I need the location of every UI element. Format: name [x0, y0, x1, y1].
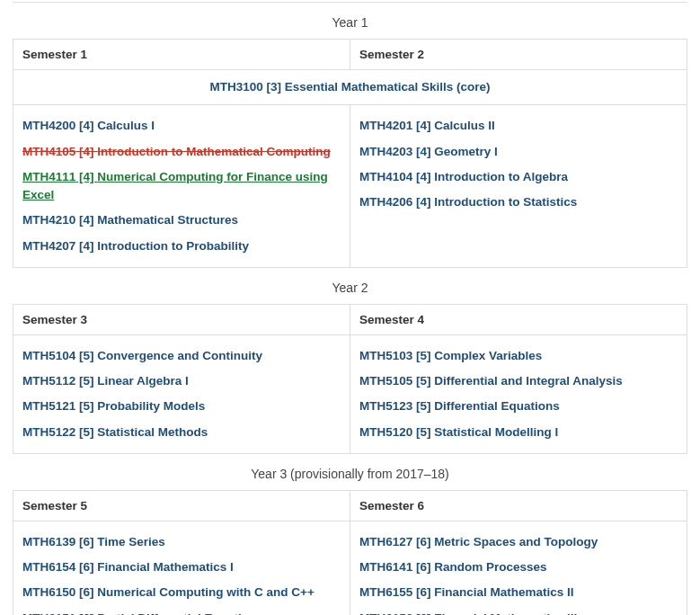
course-code-link[interactable]: MTH5123 [359, 399, 412, 413]
course-line: MTH4104 [4] Introduction to Algebra [359, 165, 678, 190]
course-level: [6] [75, 585, 97, 599]
course-level: [4] [75, 119, 97, 132]
course-level: [6] [412, 585, 434, 599]
course-title: Differential and Integral Analysis [434, 374, 623, 388]
course-title: Metric Spaces and Topology [434, 535, 598, 548]
course-level: [4] [412, 145, 434, 158]
course-code-link[interactable]: MTH4206 [359, 195, 412, 209]
course-line: MTH6150 [6] Numerical Computing with C a… [22, 580, 341, 605]
course-title: Mathematical Structures [97, 213, 238, 227]
course-line: MTH6127 [6] Metric Spaces and Topology [359, 530, 678, 555]
course-code-link[interactable]: MTH6127 [359, 535, 412, 548]
year2-caption: Year 2 [13, 268, 687, 304]
year3-sem6-cell: MTH6127 [6] Metric Spaces and TopologyMT… [350, 521, 687, 615]
course-code-link[interactable]: MTH4111 [22, 170, 75, 183]
course-level: [5] [75, 399, 97, 413]
course-line: MTH6156 [6] Financial Mathematics III [359, 606, 678, 616]
year3-sem5-cell: MTH6139 [6] Time SeriesMTH6154 [6] Finan… [13, 521, 350, 615]
course-code-link[interactable]: MTH6139 [22, 535, 75, 548]
course-title: Statistical Modelling I [434, 425, 558, 439]
course-line: MTH6139 [6] Time Series [22, 530, 341, 555]
year2-table: Semester 3 Semester 4 MTH5104 [5] Conver… [13, 304, 687, 454]
course-code-link[interactable]: MTH4200 [22, 119, 75, 132]
course-line: MTH4206 [4] Introduction to Statistics [359, 190, 678, 215]
course-line: MTH4111 [4] Numerical Computing for Fina… [22, 165, 341, 209]
course-code-link[interactable]: MTH4104 [359, 170, 412, 183]
course-title: Calculus II [434, 119, 495, 132]
course-code-link[interactable]: MTH5121 [22, 399, 75, 413]
course-title: Introduction to Statistics [434, 195, 577, 209]
course-title: Introduction to Probability [97, 239, 249, 253]
course-title: Essential Mathematical Skills (core) [285, 80, 491, 94]
course-code-link[interactable]: MTH6141 [359, 560, 412, 574]
year1-caption: Year 1 [13, 3, 687, 39]
course-code-link[interactable]: MTH5120 [359, 425, 412, 439]
year3-caption: Year 3 (provisionally from 2017–18) [13, 454, 687, 490]
course-level: [5] [412, 425, 434, 439]
year1-sem2-header: Semester 2 [350, 40, 687, 70]
course-title: Numerical Computing with C and C++ [97, 585, 315, 599]
course-title: Introduction to Algebra [434, 170, 568, 183]
course-title: Differential Equations [434, 399, 560, 413]
course-line: MTH5120 [5] Statistical Modelling I [359, 420, 678, 445]
course-code-link[interactable]: MTH4203 [359, 145, 412, 158]
course-title: Financial Mathematics I [97, 560, 234, 574]
course-code-link[interactable]: MTH6154 [22, 560, 75, 574]
course-level: [3] [266, 80, 281, 94]
course-level: [5] [75, 425, 97, 439]
course-code-link[interactable]: MTH5105 [359, 374, 412, 388]
course-level: [5] [75, 374, 97, 388]
course-level: [4] [75, 145, 97, 158]
year1-sem2-cell: MTH4201 [4] Calculus IIMTH4203 [4] Geome… [350, 105, 687, 268]
course-line: MTH4203 [4] Geometry I [359, 139, 678, 165]
course-line: MTH5121 [5] Probability Models [22, 394, 341, 419]
course-line: MTH4207 [4] Introduction to Probability [22, 234, 341, 259]
course-code-link[interactable]: MTH4210 [22, 213, 75, 227]
course-line: MTH5123 [5] Differential Equations [359, 394, 678, 419]
year1-sem1-header: Semester 1 [13, 40, 350, 70]
course-level: [6] [75, 560, 97, 574]
course-code-link[interactable]: MTH6155 [359, 585, 412, 599]
course-code-link[interactable]: MTH6150 [22, 585, 75, 599]
course-code-link[interactable]: MTH4201 [359, 119, 412, 132]
course-title: Linear Algebra I [97, 374, 189, 388]
course-line: MTH6141 [6] Random Processes [359, 555, 678, 580]
course-title: Financial Mathematics III [434, 611, 577, 616]
course-code-link[interactable]: MTH5122 [22, 425, 75, 439]
course-title: Random Processes [434, 560, 546, 574]
year3-sem6-header: Semester 6 [350, 490, 687, 521]
course-line: MTH4210 [4] Mathematical Structures [22, 208, 341, 233]
course-level: [4] [75, 213, 97, 227]
year2-sem4-cell: MTH5103 [5] Complex VariablesMTH5105 [5]… [350, 334, 687, 453]
course-level: [6] [412, 535, 434, 548]
course-code-link[interactable]: MTH6151 [22, 611, 75, 616]
course-level: [4] [75, 170, 97, 183]
course-title: Probability Models [97, 399, 205, 413]
course-level: [5] [412, 374, 434, 388]
year1-sem1-cell: MTH4200 [4] Calculus IMTH4105 [4] Introd… [13, 105, 350, 268]
course-line: MTH5122 [5] Statistical Methods [22, 420, 341, 445]
course-line: MTH4105 [4] Introduction to Mathematical… [22, 139, 341, 165]
year3-table: Semester 5 Semester 6 MTH6139 [6] Time S… [13, 490, 687, 615]
course-code-link[interactable]: MTH4207 [22, 239, 75, 253]
course-level: [5] [412, 349, 434, 362]
course-core: MTH3100 [3] Essential Mathematical Skill… [209, 76, 490, 97]
course-line: MTH5112 [5] Linear Algebra I [22, 369, 341, 394]
course-code-link[interactable]: MTH4105 [22, 145, 75, 158]
year3-sem5-header: Semester 5 [13, 490, 350, 521]
course-level: [4] [412, 170, 434, 183]
course-line: MTH4201 [4] Calculus II [359, 113, 678, 138]
course-level: [6] [75, 535, 97, 548]
course-line: MTH4200 [4] Calculus I [22, 113, 341, 138]
course-line: MTH6151 [6] Partial Differential Equatio… [22, 606, 341, 616]
year2-sem3-header: Semester 3 [13, 304, 350, 334]
course-code-link[interactable]: MTH3100 [209, 80, 262, 94]
course-code-link[interactable]: MTH5112 [22, 374, 75, 388]
course-code-link[interactable]: MTH5103 [359, 349, 412, 362]
course-level: [4] [412, 119, 434, 132]
course-code-link[interactable]: MTH5104 [22, 349, 75, 362]
year1-table: Semester 1 Semester 2 MTH3100 [3] Essent… [13, 39, 687, 268]
course-level: [6] [412, 611, 434, 616]
course-code-link[interactable]: MTH6156 [359, 611, 412, 616]
course-title: Complex Variables [434, 349, 542, 362]
